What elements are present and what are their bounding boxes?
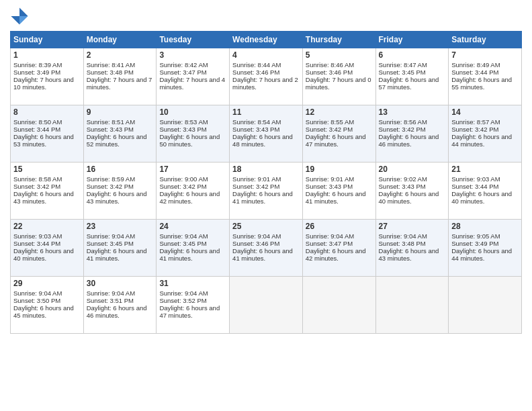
sunset: Sunset: 3:44 PM (451, 68, 498, 76)
day-number: 17 (159, 165, 226, 174)
day-number: 25 (232, 222, 300, 231)
header (10, 7, 522, 26)
sunrise: Sunrise: 9:04 AM (87, 289, 135, 297)
day-number: 20 (379, 165, 446, 174)
day-cell (230, 277, 303, 334)
day-cell: 7Sunrise: 8:49 AMSunset: 3:44 PMDaylight… (449, 48, 522, 105)
week-row-4: 22Sunrise: 9:03 AMSunset: 3:44 PMDayligh… (11, 220, 522, 277)
day-cell: 23Sunrise: 9:04 AMSunset: 3:45 PMDayligh… (83, 220, 157, 277)
sunset: Sunset: 3:45 PM (159, 240, 206, 247)
daylight: Daylight: 7 hours and 4 minutes. (159, 76, 225, 91)
day-number: 10 (159, 107, 226, 117)
sunrise: Sunrise: 9:05 AM (451, 232, 500, 240)
sunrise: Sunrise: 8:49 AM (451, 61, 500, 68)
sunset: Sunset: 3:43 PM (306, 183, 353, 190)
day-cell: 14Sunrise: 8:57 AMSunset: 3:42 PMDayligh… (449, 105, 522, 163)
day-number: 27 (379, 222, 446, 231)
week-row-3: 15Sunrise: 8:58 AMSunset: 3:42 PMDayligh… (11, 163, 522, 220)
daylight: Daylight: 6 hours and 40 minutes. (379, 190, 439, 205)
sunrise: Sunrise: 9:04 AM (159, 232, 208, 240)
logo-icon (10, 7, 29, 26)
sunrise: Sunrise: 9:01 AM (232, 175, 281, 183)
sunset: Sunset: 3:43 PM (87, 126, 134, 133)
day-number: 2 (87, 50, 154, 60)
sunrise: Sunrise: 8:57 AM (451, 118, 500, 126)
day-number: 15 (13, 165, 81, 174)
day-number: 23 (87, 222, 154, 231)
sunset: Sunset: 3:44 PM (451, 183, 498, 190)
day-number: 4 (232, 50, 300, 60)
daylight: Daylight: 6 hours and 41 minutes. (159, 247, 220, 262)
day-cell: 9Sunrise: 8:51 AMSunset: 3:43 PMDaylight… (83, 105, 157, 163)
col-header-tuesday: Tuesday (157, 32, 230, 48)
sunset: Sunset: 3:47 PM (306, 240, 353, 247)
day-number: 28 (451, 222, 519, 231)
daylight: Daylight: 6 hours and 43 minutes. (13, 190, 74, 205)
sunrise: Sunrise: 9:04 AM (379, 232, 427, 240)
daylight: Daylight: 6 hours and 50 minutes. (159, 133, 220, 148)
col-header-friday: Friday (375, 32, 449, 48)
calendar-table: SundayMondayTuesdayWednesdayThursdayFrid… (10, 31, 522, 334)
daylight: Daylight: 7 hours and 2 minutes. (232, 76, 298, 91)
daylight: Daylight: 7 hours and 0 minutes. (306, 76, 371, 91)
sunrise: Sunrise: 9:04 AM (13, 289, 62, 297)
sunset: Sunset: 3:51 PM (87, 297, 134, 304)
sunset: Sunset: 3:43 PM (232, 126, 279, 133)
sunrise: Sunrise: 8:59 AM (87, 175, 135, 183)
daylight: Daylight: 6 hours and 48 minutes. (232, 133, 293, 148)
daylight: Daylight: 6 hours and 46 minutes. (87, 304, 147, 319)
svg-marker-2 (11, 16, 19, 25)
sunrise: Sunrise: 9:03 AM (13, 232, 62, 240)
sunset: Sunset: 3:44 PM (13, 126, 60, 133)
day-cell: 18Sunrise: 9:01 AMSunset: 3:42 PMDayligh… (230, 163, 303, 220)
daylight: Daylight: 6 hours and 45 minutes. (13, 304, 74, 319)
daylight: Daylight: 6 hours and 42 minutes. (159, 190, 220, 205)
daylight: Daylight: 6 hours and 55 minutes. (451, 76, 512, 91)
day-number: 16 (87, 165, 154, 174)
day-cell: 17Sunrise: 9:00 AMSunset: 3:42 PMDayligh… (157, 163, 230, 220)
sunrise: Sunrise: 9:04 AM (87, 232, 135, 240)
day-cell: 15Sunrise: 8:58 AMSunset: 3:42 PMDayligh… (11, 163, 84, 220)
daylight: Daylight: 6 hours and 53 minutes. (13, 133, 74, 148)
day-number: 22 (13, 222, 81, 231)
day-cell: 13Sunrise: 8:56 AMSunset: 3:42 PMDayligh… (375, 105, 449, 163)
day-cell: 16Sunrise: 8:59 AMSunset: 3:42 PMDayligh… (83, 163, 157, 220)
week-row-5: 29Sunrise: 9:04 AMSunset: 3:50 PMDayligh… (11, 277, 522, 334)
sunrise: Sunrise: 9:03 AM (451, 175, 500, 183)
sunset: Sunset: 3:42 PM (306, 126, 353, 133)
daylight: Daylight: 6 hours and 40 minutes. (13, 247, 74, 262)
day-cell: 26Sunrise: 9:04 AMSunset: 3:47 PMDayligh… (302, 220, 375, 277)
logo (10, 7, 32, 26)
sunset: Sunset: 3:42 PM (13, 183, 60, 190)
sunrise: Sunrise: 9:04 AM (159, 289, 208, 297)
sunset: Sunset: 3:52 PM (159, 297, 206, 304)
sunrise: Sunrise: 9:01 AM (306, 175, 354, 183)
sunset: Sunset: 3:47 PM (159, 68, 206, 76)
day-cell (302, 277, 375, 334)
daylight: Daylight: 6 hours and 42 minutes. (306, 247, 366, 262)
col-header-thursday: Thursday (302, 32, 375, 48)
sunrise: Sunrise: 8:55 AM (306, 118, 354, 126)
sunset: Sunset: 3:48 PM (87, 68, 134, 76)
day-number: 29 (13, 279, 81, 288)
sunset: Sunset: 3:45 PM (379, 68, 426, 76)
day-cell: 6Sunrise: 8:47 AMSunset: 3:45 PMDaylight… (375, 48, 449, 105)
sunset: Sunset: 3:50 PM (13, 297, 60, 304)
sunset: Sunset: 3:42 PM (451, 126, 498, 133)
sunrise: Sunrise: 8:51 AM (87, 118, 135, 126)
day-cell: 4Sunrise: 8:44 AMSunset: 3:46 PMDaylight… (230, 48, 303, 105)
day-number: 13 (379, 107, 446, 117)
day-cell: 21Sunrise: 9:03 AMSunset: 3:44 PMDayligh… (449, 163, 522, 220)
day-number: 19 (306, 165, 373, 174)
sunrise: Sunrise: 9:04 AM (232, 232, 281, 240)
daylight: Daylight: 6 hours and 41 minutes. (232, 247, 293, 262)
day-number: 12 (306, 107, 373, 117)
day-cell: 8Sunrise: 8:50 AMSunset: 3:44 PMDaylight… (11, 105, 84, 163)
day-cell: 22Sunrise: 9:03 AMSunset: 3:44 PMDayligh… (11, 220, 84, 277)
day-number: 11 (232, 107, 300, 117)
sunrise: Sunrise: 9:02 AM (379, 175, 427, 183)
day-number: 26 (306, 222, 373, 231)
day-cell (449, 277, 522, 334)
day-cell: 19Sunrise: 9:01 AMSunset: 3:43 PMDayligh… (302, 163, 375, 220)
day-number: 18 (232, 165, 300, 174)
